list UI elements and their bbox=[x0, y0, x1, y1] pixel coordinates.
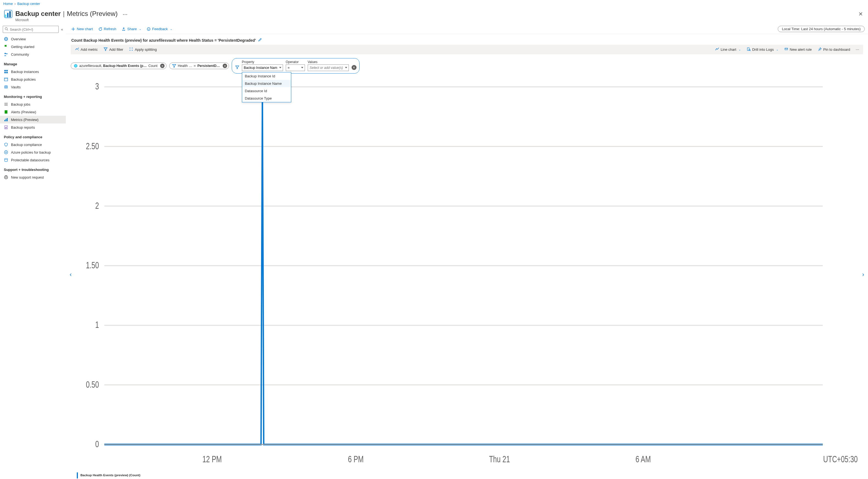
feedback-button[interactable]: Feedback ⌄ bbox=[145, 26, 175, 32]
refresh-button[interactable]: Refresh bbox=[96, 26, 119, 32]
remove-filter-builder-button[interactable]: ✕ bbox=[351, 65, 356, 70]
sidebar-item-backup-jobs[interactable]: Backup jobs bbox=[0, 100, 66, 108]
operator-select[interactable] bbox=[286, 64, 305, 71]
edit-title-button[interactable] bbox=[258, 38, 262, 42]
share-button[interactable]: Share ⌄ bbox=[120, 26, 144, 32]
shield-icon bbox=[4, 142, 8, 147]
sidebar-item-alerts-preview-[interactable]: Alerts (Preview) bbox=[0, 108, 66, 116]
sidebar-search-input[interactable] bbox=[10, 27, 57, 32]
drill-logs-button[interactable]: Drill into Logs ⌄ bbox=[744, 46, 781, 53]
toolbar: New chart Refresh Share ⌄ Feedback ⌄ Loc… bbox=[66, 24, 868, 34]
page-title: Backup center bbox=[16, 10, 61, 18]
svg-point-37 bbox=[149, 28, 150, 29]
calendar-icon bbox=[4, 77, 8, 82]
svg-text:Thu 21: Thu 21 bbox=[489, 454, 510, 464]
apply-splitting-button[interactable]: Apply splitting bbox=[126, 46, 159, 53]
pin-button[interactable]: Pin to dashboard bbox=[815, 46, 853, 53]
breadcrumb-home[interactable]: Home bbox=[3, 2, 13, 6]
sidebar-item-new-support-request[interactable]: New support request bbox=[0, 173, 66, 181]
sidebar-item-overview[interactable]: Overview bbox=[0, 35, 66, 43]
values-select[interactable] bbox=[308, 64, 349, 71]
sidebar-item-backup-policies[interactable]: Backup policies bbox=[0, 76, 66, 83]
svg-point-30 bbox=[5, 158, 7, 159]
remove-metric-button[interactable]: ✕ bbox=[160, 64, 164, 68]
globe-icon bbox=[4, 37, 8, 41]
dropdown-option[interactable]: Datasource Id bbox=[242, 87, 291, 95]
svg-rect-14 bbox=[6, 72, 8, 73]
svg-rect-22 bbox=[4, 120, 5, 121]
sidebar-item-backup-reports[interactable]: Backup reports bbox=[0, 123, 66, 131]
svg-text:0: 0 bbox=[95, 439, 99, 449]
sidebar-item-backup-compliance[interactable]: Backup compliance bbox=[0, 141, 66, 148]
property-dropdown: Backup Instance IdBackup Instance NameDa… bbox=[242, 72, 291, 102]
add-filter-button[interactable]: Add filter bbox=[101, 46, 126, 53]
svg-text:2: 2 bbox=[95, 201, 99, 211]
add-metric-icon: + bbox=[75, 47, 79, 52]
svg-point-17 bbox=[5, 86, 7, 88]
sidebar-search[interactable] bbox=[3, 26, 59, 33]
report-icon bbox=[4, 125, 8, 129]
dropdown-option[interactable]: Backup Instance Id bbox=[242, 72, 291, 80]
sidebar-item-protectable-datasources[interactable]: Protectable datasources bbox=[0, 156, 66, 164]
policy-icon bbox=[4, 150, 8, 154]
svg-point-42 bbox=[132, 50, 133, 51]
svg-point-39 bbox=[130, 48, 130, 49]
svg-point-10 bbox=[6, 53, 7, 54]
new-chart-button[interactable]: New chart bbox=[69, 26, 95, 32]
sidebar-section-header: Support + troubleshooting bbox=[0, 164, 66, 173]
sidebar-item-backup-instances[interactable]: Backup instances bbox=[0, 68, 66, 76]
chart-legend: Backup Health Events (preview) (Count) a… bbox=[66, 471, 868, 479]
new-alert-button[interactable]: New alert rule bbox=[782, 46, 814, 53]
breadcrumb-current[interactable]: Backup center bbox=[17, 2, 40, 6]
title-more-button[interactable]: ⋯ bbox=[123, 11, 127, 17]
operator-label: Operator bbox=[286, 60, 305, 64]
sidebar-item-vaults[interactable]: Vaults bbox=[0, 83, 66, 91]
chart-type-button[interactable]: Line chart ⌄ bbox=[713, 46, 743, 53]
line-chart: 00.5011.5022.50312 PM6 PMThu 216 AMUTC+0… bbox=[71, 78, 863, 471]
chart-next-button[interactable]: › bbox=[862, 271, 864, 278]
chevron-down-icon: ⌄ bbox=[776, 48, 778, 51]
funnel-icon bbox=[235, 65, 239, 70]
filter-pill[interactable]: Health … = PersistentD… ✕ bbox=[169, 63, 229, 69]
support-icon bbox=[4, 175, 8, 179]
svg-text:2.50: 2.50 bbox=[86, 141, 99, 151]
vault-icon bbox=[4, 85, 8, 89]
funnel-icon bbox=[172, 64, 176, 68]
svg-point-44 bbox=[749, 49, 750, 51]
time-range-button[interactable]: Local Time: Last 24 hours (Automatic - 5… bbox=[778, 26, 865, 32]
svg-rect-26 bbox=[5, 127, 6, 128]
split-icon bbox=[129, 47, 133, 52]
refresh-icon bbox=[98, 27, 102, 31]
svg-rect-0 bbox=[5, 14, 6, 17]
search-icon bbox=[5, 27, 8, 32]
svg-point-29 bbox=[5, 152, 7, 153]
svg-text:1.50: 1.50 bbox=[86, 260, 99, 270]
svg-text:+: + bbox=[78, 49, 79, 51]
more-actions-button[interactable]: ⋯ bbox=[854, 47, 861, 53]
remove-filter-button[interactable]: ✕ bbox=[223, 64, 227, 68]
svg-text:6 PM: 6 PM bbox=[348, 454, 364, 464]
sidebar: « OverviewGetting startedCommunityManage… bbox=[0, 24, 66, 479]
svg-rect-15 bbox=[4, 78, 8, 81]
dropdown-option[interactable]: Backup Instance Name bbox=[242, 80, 291, 87]
svg-rect-2 bbox=[9, 11, 11, 17]
line-chart-icon bbox=[715, 47, 719, 52]
backup-center-icon bbox=[4, 9, 12, 19]
sidebar-section-header: Policy and compliance bbox=[0, 131, 66, 141]
dropdown-option[interactable]: Datasource Type bbox=[242, 95, 291, 102]
plus-icon bbox=[71, 27, 75, 31]
chart-prev-button[interactable]: ‹ bbox=[70, 271, 71, 278]
grid-icon bbox=[4, 69, 8, 74]
sidebar-collapse-button[interactable]: « bbox=[61, 27, 63, 32]
sidebar-item-getting-started[interactable]: Getting started bbox=[0, 43, 66, 51]
add-metric-button[interactable]: + Add metric bbox=[72, 46, 100, 53]
alert-icon bbox=[784, 47, 788, 52]
sidebar-item-azure-policies-for-backup[interactable]: Azure policies for backup bbox=[0, 148, 66, 156]
svg-text:6 AM: 6 AM bbox=[636, 454, 651, 464]
property-select[interactable] bbox=[242, 64, 283, 71]
metric-pill[interactable]: azurefilesvault, Backup Health Events (p… bbox=[71, 63, 166, 69]
sidebar-item-community[interactable]: Community bbox=[0, 51, 66, 58]
title-sep: | bbox=[63, 10, 64, 18]
close-button[interactable]: ✕ bbox=[859, 11, 863, 17]
sidebar-item-metrics-preview-[interactable]: Metrics (Preview) bbox=[0, 116, 66, 123]
